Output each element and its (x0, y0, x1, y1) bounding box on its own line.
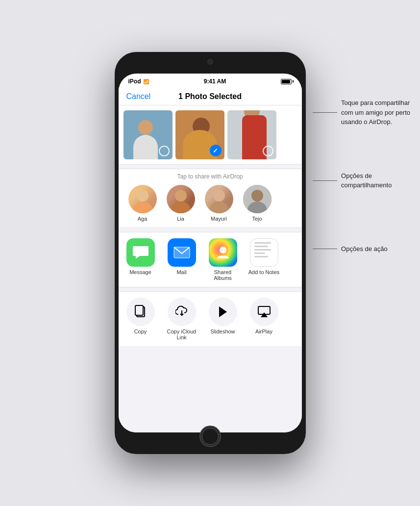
shared-albums-label: SharedAlbums (214, 269, 232, 281)
slideshow-label: Slideshow (210, 329, 235, 334)
annotations: Toque para compartilharcom um amigo por … (313, 98, 410, 253)
svg-rect-12 (135, 305, 143, 315)
camera (207, 59, 213, 65)
copy-icon (126, 298, 155, 326)
contact-aga-name: Aga (138, 216, 148, 222)
avatar-lia (167, 185, 195, 213)
airplay-icon (250, 298, 278, 326)
notes-icon (250, 238, 278, 267)
share-option-shared-albums[interactable]: SharedAlbums (206, 238, 240, 281)
battery-fill (282, 80, 290, 83)
checkmark-icon: ✓ (213, 147, 218, 154)
action-copy[interactable]: Copy (124, 298, 158, 340)
photo-1-select-circle (159, 146, 170, 156)
message-label: Message (129, 269, 151, 275)
svg-point-7 (251, 190, 263, 202)
svg-marker-14 (219, 306, 227, 317)
share-header: Cancel 1 Photo Selected (119, 87, 302, 105)
wifi-icon: 📶 (143, 79, 149, 84)
airplay-label: AirPlay (255, 329, 272, 334)
status-right (281, 79, 292, 84)
contact-tejo-name: Tejo (252, 216, 262, 222)
scene: iPod 📶 9:41 AM Cancel 1 Photo Selected (0, 0, 420, 506)
action-options: Copy Copy iCloudLink (119, 291, 302, 346)
photo-1-body (133, 135, 158, 159)
contact-mayuri-name: Mayuri (211, 216, 227, 222)
svg-point-4 (213, 190, 225, 202)
airdrop-hint: Tap to share with AirDrop (124, 173, 297, 180)
annotation-line-share (313, 180, 337, 181)
device: iPod 📶 9:41 AM Cancel 1 Photo Selected (115, 52, 306, 454)
photo-2-check: ✓ (210, 145, 222, 156)
annotation-line-action (313, 249, 337, 249)
share-content: ✓ Tap to share with A (119, 105, 302, 432)
photo-thumb-3[interactable] (227, 110, 276, 159)
action-copy-icloud-link[interactable]: Copy iCloudLink (165, 298, 199, 340)
home-button-inner (202, 428, 219, 445)
share-options-row: Message Mail (124, 238, 297, 281)
photo-3-select-circle (263, 146, 273, 156)
share-option-message[interactable]: Message (124, 238, 158, 281)
share-options: Message Mail (119, 232, 302, 287)
action-airplay[interactable]: AirPlay (247, 298, 281, 340)
svg-point-2 (175, 190, 187, 202)
battery-icon (281, 79, 292, 84)
action-options-row: Copy Copy iCloudLink (124, 298, 297, 340)
contact-tejo[interactable]: Tejo (240, 185, 274, 222)
status-time: 9:41 AM (204, 78, 226, 85)
contact-lia-name: Lia (177, 216, 184, 222)
annotation-text-airdrop: Toque para compartilharcom um amigo por … (341, 98, 410, 127)
photo-thumb-2[interactable]: ✓ (175, 110, 224, 159)
shared-albums-icon (209, 238, 237, 267)
svg-point-3 (171, 202, 191, 213)
slideshow-icon (209, 298, 237, 326)
contact-mayuri[interactable]: Mayuri (202, 185, 236, 222)
avatar-tejo (243, 185, 272, 213)
avatar-aga (128, 185, 157, 213)
annotation-text-share: Opções decompartilhamento (341, 171, 392, 190)
copy-icloud-link-icon (168, 298, 196, 326)
share-title: 1 Photo Selected (178, 92, 242, 101)
cancel-button[interactable]: Cancel (126, 92, 151, 101)
mail-label: Mail (176, 269, 186, 275)
mail-icon (168, 238, 196, 267)
annotation-share-options: Opções decompartilhamento (313, 171, 410, 190)
screen: iPod 📶 9:41 AM Cancel 1 Photo Selected (119, 74, 302, 432)
status-left: iPod 📶 (128, 78, 149, 85)
svg-point-5 (209, 202, 229, 213)
add-to-notes-label: Add to Notes (248, 269, 280, 275)
svg-point-0 (137, 190, 148, 202)
message-icon (126, 238, 155, 267)
annotation-line-airdrop (313, 112, 337, 113)
contact-aga[interactable]: Aga (125, 185, 160, 222)
contact-lia[interactable]: Lia (164, 185, 198, 222)
svg-point-10 (220, 247, 226, 253)
photo-1-head (138, 120, 153, 135)
share-option-mail[interactable]: Mail (165, 238, 199, 281)
status-bar: iPod 📶 9:41 AM (119, 74, 302, 87)
airdrop-section: Tap to share with AirDrop Aga (119, 169, 302, 228)
annotation-action-options: Opções de ação (313, 244, 410, 254)
photos-row: ✓ (119, 105, 302, 165)
share-option-add-to-notes[interactable]: Add to Notes (247, 238, 281, 281)
annotation-text-action: Opções de ação (341, 244, 388, 254)
airdrop-contacts: Aga Lia (124, 185, 297, 222)
photo-thumb-1[interactable] (124, 110, 173, 159)
home-button[interactable] (199, 426, 221, 447)
annotation-airdrop: Toque para compartilharcom um amigo por … (313, 98, 410, 127)
action-slideshow[interactable]: Slideshow (206, 298, 240, 340)
copy-icloud-link-label: Copy iCloudLink (167, 329, 197, 340)
carrier-label: iPod (128, 78, 141, 85)
avatar-mayuri (205, 185, 233, 213)
svg-point-1 (133, 202, 152, 213)
copy-label: Copy (134, 329, 147, 334)
